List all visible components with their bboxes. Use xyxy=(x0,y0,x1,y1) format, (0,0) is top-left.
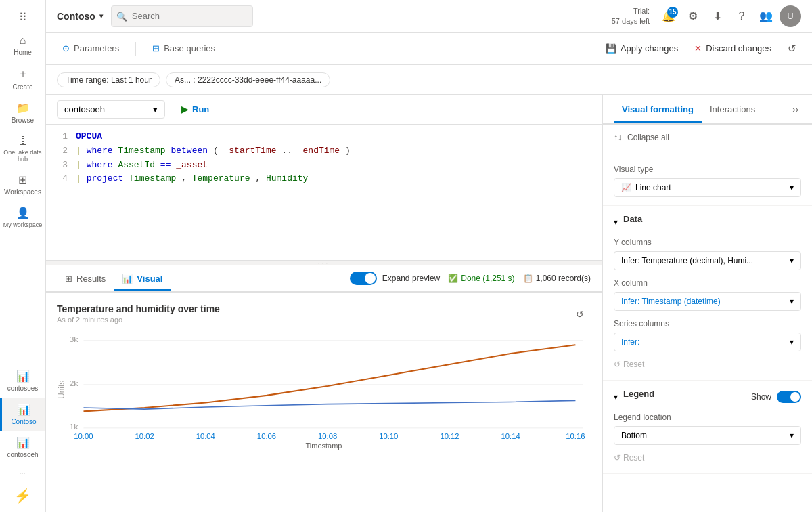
code-editor[interactable]: 1 OPCUA 2 | where Timestamp between ( _s… xyxy=(46,125,602,260)
tab-base-queries-label: Base queries xyxy=(164,43,215,54)
expand-panel-button[interactable]: ›› xyxy=(790,102,801,117)
tab-visual-formatting[interactable]: Visual formatting xyxy=(614,98,702,123)
sidebar-item-more[interactable]: ··· xyxy=(0,464,45,482)
sidebar-item-contosoeh[interactable]: 📊 contosoeh xyxy=(0,431,45,464)
x-axis-title: Timestamp xyxy=(57,442,591,450)
home-icon: ⌂ xyxy=(20,35,26,47)
reset-icon: ↺ xyxy=(614,360,621,369)
search-input[interactable] xyxy=(111,5,253,27)
settings-button[interactable]: ⚙ xyxy=(682,5,704,27)
database-select[interactable]: contosoeh ▾ xyxy=(57,100,165,119)
base-queries-icon: ⊞ xyxy=(152,43,160,54)
tab-interactions[interactable]: Interactions xyxy=(702,98,763,123)
main-content: ⊙ Parameters ⊞ Base queries 💾 Apply chan… xyxy=(46,33,812,512)
discard-changes-button[interactable]: ✕ Discard changes xyxy=(689,41,777,56)
share-icon: 👥 xyxy=(759,9,773,22)
sidebar-item-home[interactable]: ⌂ Home xyxy=(0,29,45,62)
x-column-chevron: ▾ xyxy=(790,297,794,306)
code-line-2: 2 | where Timestamp between ( _startTime… xyxy=(46,144,602,158)
sidebar-item-contoso[interactable]: 📊 Contoso xyxy=(0,398,45,431)
x-column-select[interactable]: Infer: Timestamp (datetime) ▾ xyxy=(614,292,801,311)
legend-section-title: Legend xyxy=(623,389,654,399)
expand-icon: ›› xyxy=(792,104,798,114)
download-button[interactable]: ⬇ xyxy=(706,5,728,27)
svg-text:2k: 2k xyxy=(69,379,78,388)
sidebar-item-label: OneLake data hub xyxy=(3,149,43,163)
sidebar-item-browse[interactable]: 📁 Browse xyxy=(0,96,45,129)
visual-type-select[interactable]: 📈 Line chart ▾ xyxy=(614,178,801,197)
legend-show-toggle[interactable] xyxy=(777,391,801,403)
resize-handle[interactable]: ··· xyxy=(46,260,602,265)
run-button[interactable]: ▶ Run xyxy=(173,101,217,118)
refresh-icon: ↺ xyxy=(788,43,796,55)
svg-text:1k: 1k xyxy=(69,422,78,431)
x-column-label: X column xyxy=(614,278,801,288)
sidebar-item-label: My workspace xyxy=(3,221,43,228)
svg-text:Units: Units xyxy=(57,381,66,399)
data-reset-button[interactable]: ↺ Reset xyxy=(614,357,644,372)
legend-chevron-icon[interactable]: ▾ xyxy=(614,392,618,402)
code-line-4: 4 | project Timestamp , Temperature , Hu… xyxy=(46,172,602,186)
interactions-label: Interactions xyxy=(710,104,755,114)
sidebar-item-label: Contoso xyxy=(11,418,36,425)
tab-parameters[interactable]: ⊙ Parameters xyxy=(57,41,125,56)
legend-reset-icon: ↺ xyxy=(614,453,621,463)
asset-filter[interactable]: As... : 2222cccc-33dd-eeee-ff44-aaaaa... xyxy=(166,72,330,87)
apply-label: Apply changes xyxy=(621,43,678,54)
legend-reset-label: Reset xyxy=(623,453,644,463)
toggle-knob xyxy=(365,273,376,284)
brand-name: Contoso xyxy=(57,11,95,22)
notifications-button[interactable]: 🔔 15 xyxy=(658,5,679,27)
results-tabs: ⊞ Results 📊 Visual Expand preview xyxy=(46,265,602,293)
collapse-all-button[interactable]: ↑↓ Collapse all xyxy=(614,133,801,142)
expand-preview-toggle[interactable]: Expand preview xyxy=(350,272,440,285)
waffle-icon: ⠿ xyxy=(19,11,27,24)
avatar[interactable]: U xyxy=(780,5,801,27)
share-button[interactable]: 👥 xyxy=(755,5,777,27)
legend-header: ▾ Legend Show xyxy=(614,389,801,404)
tab-visual[interactable]: 📊 Visual xyxy=(114,268,171,291)
parameters-icon: ⊙ xyxy=(62,43,70,54)
right-panel-tabs: Visual formatting Interactions ›› xyxy=(603,95,812,125)
sidebar-powerbi[interactable]: ⚡ xyxy=(0,482,45,512)
tab-results[interactable]: ⊞ Results xyxy=(57,268,114,291)
filter-bar: Time range: Last 1 hour As... : 2222cccc… xyxy=(46,65,812,95)
svg-text:10:02: 10:02 xyxy=(135,432,154,440)
sidebar-item-create[interactable]: ＋ Create xyxy=(0,62,45,96)
refresh-button[interactable]: ↺ xyxy=(782,39,801,58)
query-editor-controls: contosoeh ▾ ▶ Run xyxy=(46,95,602,125)
line-chart-icon: 📈 xyxy=(621,183,631,192)
legend-location-select[interactable]: Bottom ▾ xyxy=(614,426,801,445)
y-columns-select[interactable]: Infer: Temperature (decimal), Humi... ▾ xyxy=(614,251,801,270)
time-range-filter[interactable]: Time range: Last 1 hour xyxy=(57,72,160,87)
sidebar-item-label: Home xyxy=(14,49,32,56)
svg-text:10:04: 10:04 xyxy=(196,432,215,440)
sidebar-waffle[interactable]: ⠿ xyxy=(0,5,45,29)
help-button[interactable]: ? xyxy=(731,5,752,27)
tab-base-queries[interactable]: ⊞ Base queries xyxy=(147,41,221,56)
sidebar-item-contosoes[interactable]: 📊 contosoes xyxy=(0,364,45,398)
sidebar-item-myworkspace[interactable]: 👤 My workspace xyxy=(0,201,45,234)
myworkspace-icon: 👤 xyxy=(16,207,30,219)
status-done: ✅ Done (1,251 s) xyxy=(448,274,514,283)
visual-type-section: Visual type 📈 Line chart ▾ xyxy=(603,156,812,206)
time-range-value: Time range: Last 1 hour xyxy=(66,75,152,85)
brand-chevron: ▾ xyxy=(99,12,103,20)
sidebar-item-workspaces[interactable]: ⊞ Workspaces xyxy=(0,168,45,201)
avatar-initial: U xyxy=(787,11,793,21)
topnav: Contoso ▾ 🔍 Trial: 57 days left 🔔 15 ⚙ ⬇… xyxy=(46,0,812,33)
apply-changes-button[interactable]: 💾 Apply changes xyxy=(600,41,683,56)
legend-reset-button[interactable]: ↺ Reset xyxy=(614,450,644,465)
results-icon: ⊞ xyxy=(65,274,72,284)
workspaces-icon: ⊞ xyxy=(18,173,27,186)
chart-refresh-button[interactable]: ↺ xyxy=(569,303,591,325)
query-toolbar: ⊙ Parameters ⊞ Base queries 💾 Apply chan… xyxy=(46,33,812,65)
y-columns-chevron: ▾ xyxy=(790,256,794,265)
series-columns-select[interactable]: Infer: ▾ xyxy=(614,333,801,351)
brand[interactable]: Contoso ▾ xyxy=(57,11,103,22)
data-collapse[interactable]: ▾ Data xyxy=(614,214,801,230)
visual-type-chevron: ▾ xyxy=(790,183,794,192)
legend-section: ▾ Legend Show Legend location Bottom ▾ xyxy=(603,381,812,474)
sidebar-item-onelake[interactable]: 🗄 OneLake data hub xyxy=(0,129,45,168)
toggle-on[interactable] xyxy=(350,272,377,285)
